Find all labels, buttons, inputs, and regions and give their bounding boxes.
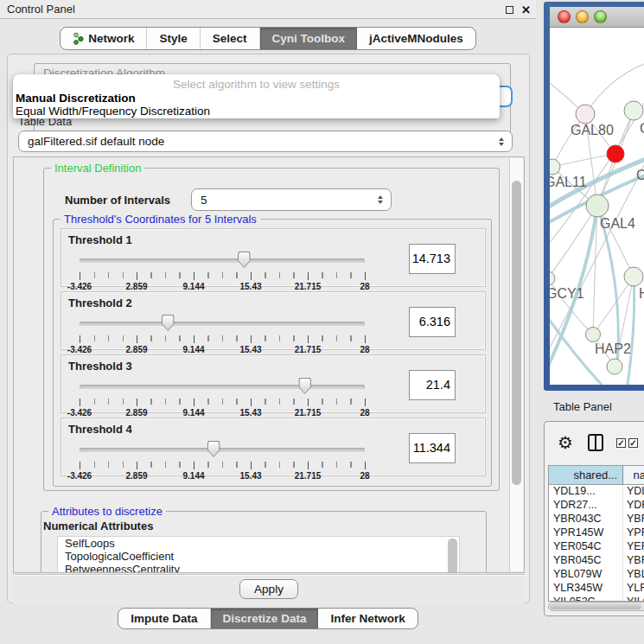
panel-scrollbar-thumb[interactable]	[512, 181, 521, 485]
table-row[interactable]: YBL079WYBL0	[549, 568, 644, 582]
cell[interactable]: YBL079W	[549, 568, 623, 582]
slider-scale: -3.4262.8599.14415.4321.71528	[80, 462, 365, 488]
table-row[interactable]: YLR345WYLR3	[549, 582, 644, 596]
tab-discretize-data[interactable]: Discretize Data	[211, 609, 319, 628]
list-scrollbar-thumb[interactable]	[448, 539, 457, 573]
cell[interactable]: YBR0	[623, 554, 644, 568]
minimize-traffic-light-icon[interactable]	[576, 10, 589, 23]
column-header-name[interactable]: na	[623, 466, 644, 484]
table-row[interactable]: YIL052CYIL0	[549, 596, 644, 602]
tick-label: 28	[360, 282, 369, 291]
tick-label: 9.144	[182, 345, 204, 354]
slider-track[interactable]	[80, 448, 365, 452]
tab-label: Network	[88, 32, 134, 45]
major-tick-mark	[365, 399, 366, 406]
table-row[interactable]: YBR043CYBR0	[549, 513, 644, 526]
network-canvas[interactable]: GAL80GACGAL11GAL4GCY1HHAP2	[550, 28, 644, 385]
cell[interactable]: YBR043C	[549, 513, 623, 526]
cell[interactable]: YLR3	[623, 582, 644, 596]
cell[interactable]: YDR2	[623, 499, 644, 513]
network-node[interactable]	[550, 271, 555, 285]
cell[interactable]: YBL0	[623, 568, 644, 582]
network-node[interactable]	[576, 105, 595, 124]
top-tab-bar: Network Style Select Cyni Toolbox jActiv…	[0, 27, 536, 50]
table-row[interactable]: YER054CYER0	[549, 540, 644, 554]
slider-track[interactable]	[80, 258, 365, 263]
cell[interactable]: YER0	[623, 540, 644, 554]
columns-icon[interactable]	[588, 434, 603, 451]
slider-track[interactable]	[80, 385, 365, 389]
network-node[interactable]	[586, 194, 609, 217]
tab-select[interactable]: Select	[201, 28, 260, 49]
list-item[interactable]: SelfLoops	[58, 537, 459, 550]
table-row[interactable]: YDL19...YDL1	[549, 485, 644, 499]
slider-thumb[interactable]	[162, 315, 175, 331]
slider-thumb[interactable]	[207, 441, 220, 457]
table-row[interactable]: YBR045CYBR0	[549, 554, 644, 568]
cell[interactable]: YBR045C	[549, 554, 623, 568]
panel-scrollbar[interactable]	[509, 158, 523, 571]
close-icon[interactable]: ✕	[521, 4, 531, 16]
table-horizontal-scrollbar-thumb[interactable]	[550, 603, 641, 609]
network-icon	[73, 32, 84, 45]
cell[interactable]: YBR0	[623, 513, 644, 526]
threshold-value-field[interactable]: 11.344	[409, 433, 456, 463]
cell[interactable]: YDL1	[623, 485, 644, 499]
major-tick-mark	[251, 335, 252, 343]
major-tick-mark	[308, 462, 309, 469]
tab-jactivemnodules[interactable]: jActiveMNodules	[357, 28, 475, 49]
threshold-value-field[interactable]: 6.316	[409, 307, 456, 337]
threshold-value-field[interactable]: 21.4	[409, 370, 456, 400]
major-tick-mark	[251, 462, 252, 469]
table-row[interactable]: YPR145WYPR1	[549, 526, 644, 540]
tick-label: 28	[360, 471, 369, 481]
cell[interactable]: YLR345W	[549, 582, 623, 596]
major-tick-mark	[308, 399, 309, 406]
number-of-intervals-combobox[interactable]: 5	[191, 188, 392, 211]
cell[interactable]: YER054C	[549, 540, 623, 554]
cell[interactable]: YDL19...	[549, 485, 623, 499]
table-row[interactable]: YDR27...YDR2	[549, 499, 644, 513]
cell[interactable]: YPR1	[623, 526, 644, 540]
major-tick-mark	[194, 462, 194, 469]
threshold-4-panel: Threshold 4 -3.4262.8599.14415.4321.7152…	[61, 418, 486, 476]
menu-item-manual-discretization[interactable]: Manual Discretization	[16, 92, 136, 105]
cell[interactable]: YIL052C	[549, 596, 623, 602]
tick-label: -3.426	[67, 282, 92, 291]
network-node[interactable]	[586, 328, 601, 342]
tab-impute-data[interactable]: Impute Data	[118, 609, 210, 628]
network-node[interactable]	[607, 145, 624, 163]
tab-cyni-toolbox[interactable]: Cyni Toolbox	[260, 28, 358, 49]
menu-item-equal-width-frequency[interactable]: Equal Width/Frequency Discretization	[16, 105, 210, 118]
network-node[interactable]	[624, 101, 643, 120]
apply-button[interactable]: Apply	[239, 579, 298, 599]
table-data-combobox[interactable]: galFiltered.sif default node	[18, 131, 513, 152]
column-header-shared-name[interactable]: shared...	[549, 466, 623, 484]
attributes-to-discretize-group: Attributes to discretize Numerical Attri…	[41, 511, 487, 573]
major-tick-mark	[137, 335, 137, 343]
major-tick-mark	[194, 335, 194, 343]
slider-track[interactable]	[80, 322, 365, 326]
panel-title: Control Panel	[7, 3, 75, 16]
tab-infer-network[interactable]: Infer Network	[318, 609, 417, 628]
cell[interactable]: YPR145W	[549, 526, 623, 540]
float-window-icon[interactable]	[506, 6, 513, 14]
table-horizontal-scrollbar[interactable]	[548, 602, 644, 611]
network-node-label: C	[636, 168, 644, 182]
cell[interactable]: YDR27...	[549, 499, 623, 513]
checkbox-icon[interactable]: ✓	[616, 438, 626, 448]
tab-network[interactable]: Network	[61, 28, 147, 49]
gear-icon[interactable]: ⚙	[558, 434, 573, 451]
slider-thumb[interactable]	[298, 378, 311, 394]
network-node[interactable]	[624, 267, 643, 286]
threshold-value-field[interactable]: 14.713	[409, 244, 456, 274]
zoom-traffic-light-icon[interactable]	[594, 10, 607, 23]
close-traffic-light-icon[interactable]	[558, 10, 571, 23]
network-node[interactable]	[607, 359, 622, 374]
cell[interactable]: YIL0	[623, 596, 644, 602]
list-item[interactable]: TopologicalCoefficient	[58, 550, 459, 563]
list-item[interactable]: BetweennessCentrality	[58, 563, 459, 573]
checkbox-icon[interactable]: ✓	[628, 438, 638, 448]
slider-thumb[interactable]	[238, 252, 251, 268]
tab-style[interactable]: Style	[147, 28, 200, 49]
